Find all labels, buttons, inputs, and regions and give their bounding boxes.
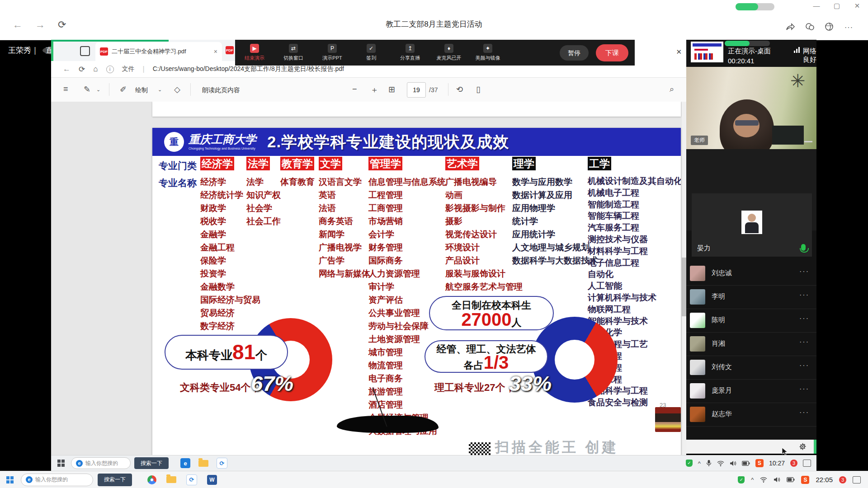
taskbar-search-box[interactable]: e 输入你想搜的 — [71, 457, 131, 469]
draw-pen-icon[interactable]: ✐ — [120, 84, 127, 94]
more-menu-icon[interactable]: ··· — [844, 23, 853, 32]
presenter-toolbar-button[interactable]: P 演示PPT — [313, 44, 352, 61]
tab-second-pdf-icon[interactable]: PDF — [226, 46, 234, 54]
tray-expand-icon[interactable]: ^ — [698, 460, 701, 467]
read-aloud-label[interactable]: 朗读此页内容 — [202, 86, 240, 94]
presentation-thumbnail[interactable] — [691, 42, 723, 62]
mic-tray-icon[interactable] — [706, 460, 712, 467]
presenter-toolbar-button[interactable]: ⇄ 切换窗口 — [274, 44, 313, 61]
back-icon[interactable]: ← — [63, 65, 71, 74]
pdf-scrollbar[interactable] — [682, 102, 686, 455]
participant-row[interactable]: 庞景月 ··· — [686, 380, 816, 403]
toc-icon[interactable]: ≡ — [63, 84, 68, 94]
eraser-icon[interactable]: ◇ — [174, 84, 180, 94]
refresh-icon[interactable]: ⟳ — [79, 65, 85, 74]
tab-active[interactable]: PDF 二十届三中全会精神学习.pdf × — [95, 42, 222, 61]
presenter-toolbar-button[interactable]: ✓ 签到 — [352, 44, 391, 61]
presenter-toolbar-button[interactable]: ♦ 麦克风已开 — [429, 44, 468, 61]
highlighter-caret-icon[interactable]: ⌄ — [96, 87, 100, 93]
notification-badge[interactable]: 3 — [839, 476, 846, 483]
tab-overview-icon[interactable] — [80, 46, 90, 56]
action-center-icon[interactable] — [853, 476, 861, 483]
search-go-button[interactable]: 搜索一下 — [98, 474, 132, 486]
participant-row[interactable]: 李明 ··· — [686, 286, 816, 309]
edge-taskbar-icon[interactable]: e — [180, 458, 190, 468]
taskbar-search-box[interactable]: e 输入你想搜的 — [21, 474, 93, 486]
presenting-duration: 00:20:41 — [728, 57, 754, 65]
local-clock[interactable]: 22:05 — [816, 476, 833, 483]
close-icon[interactable]: ✕ — [676, 48, 682, 56]
more-options-icon[interactable]: ··· — [799, 361, 809, 370]
more-options-icon[interactable]: ··· — [799, 408, 809, 417]
chrome-taskbar-icon[interactable] — [147, 475, 156, 484]
start-button-icon[interactable] — [6, 476, 14, 483]
sogou-input-icon[interactable]: S — [801, 476, 809, 484]
sogou-input-icon[interactable]: S — [755, 459, 764, 467]
share-icon[interactable] — [785, 22, 795, 32]
rotate-icon[interactable]: ⟲ — [456, 84, 463, 94]
browser-icon[interactable] — [824, 22, 834, 32]
active-speaker-tile[interactable]: 晏力 — [692, 193, 812, 257]
file-explorer-icon[interactable] — [166, 476, 176, 483]
participant-row[interactable]: 陈明 ··· — [686, 309, 816, 333]
wifi-icon[interactable] — [760, 477, 767, 483]
toolbar-button-label: 签到 — [352, 55, 391, 61]
participant-row[interactable]: 肖湘 ··· — [686, 333, 816, 356]
gear-icon[interactable] — [799, 443, 807, 450]
tab-close-icon[interactable]: × — [214, 48, 217, 55]
action-center-icon[interactable] — [803, 460, 811, 467]
highlighter-icon[interactable]: ✎ — [84, 84, 90, 94]
app-titlebar: ← → ⟳ 教工二支部8月主题党日活动 — ▢ ✕ ··· — [0, 0, 868, 40]
collapse-panel-icon[interactable] — [804, 141, 812, 142]
tray-expand-icon[interactable]: ^ — [751, 476, 754, 483]
draw-label[interactable]: 绘制 — [135, 86, 148, 94]
meeting-panel: 正在演示-桌面 00:20:41 网络良好 ✳ 老师 正在上课 评论 学校内、外… — [686, 40, 816, 454]
battery-icon[interactable] — [787, 477, 795, 482]
zoom-in-icon[interactable]: ＋ — [370, 84, 378, 95]
discipline-column: 理学 数学与应用数学数据计算及应用应用物理学统计学应用统计学人文地理与城乡规划数… — [512, 157, 598, 267]
participant-row[interactable]: 赵志华 ··· — [686, 403, 816, 427]
wifi-icon[interactable] — [717, 460, 724, 466]
presenter-toolbar-button[interactable]: ↥ 分享直播 — [391, 44, 429, 61]
fit-width-icon[interactable]: ⊞ — [388, 84, 395, 94]
more-options-icon[interactable]: ··· — [799, 267, 809, 276]
more-options-icon[interactable]: ··· — [799, 338, 809, 346]
word-taskbar-icon[interactable]: W — [207, 475, 217, 485]
info-icon[interactable]: i — [106, 66, 114, 73]
battery-icon[interactable] — [742, 461, 750, 466]
close-button[interactable]: ✕ — [851, 2, 863, 10]
security-shield-icon[interactable]: ✓ — [738, 476, 745, 483]
home-icon[interactable]: ⌂ — [93, 65, 98, 74]
end-class-button[interactable]: 下课 — [596, 44, 628, 61]
sync-app-icon[interactable]: ⟳ — [186, 474, 197, 485]
participant-row[interactable]: 刘忠诚 ··· — [686, 262, 816, 286]
draw-caret-icon[interactable]: ⌄ — [158, 87, 162, 93]
page-number-input[interactable]: 19 — [407, 82, 426, 98]
file-explorer-icon[interactable] — [198, 460, 208, 467]
live-toggle[interactable] — [736, 3, 774, 10]
presenter-toolbar-button[interactable]: ✦ 美颜与镜像 — [468, 44, 507, 61]
start-button-icon[interactable] — [57, 460, 65, 467]
search-go-button[interactable]: 搜索一下 — [134, 457, 169, 469]
pdf-viewport[interactable]: 重 重庆工商大学 Chongqing Technology and Busine… — [51, 102, 686, 455]
speaker-icon[interactable] — [730, 460, 736, 466]
presenter-toolbar-button[interactable]: ▶ 结束演示 — [235, 44, 274, 61]
security-shield-icon[interactable]: ✓ — [686, 460, 693, 467]
minimize-button[interactable]: — — [811, 2, 822, 9]
more-options-icon[interactable]: ··· — [799, 291, 809, 299]
zoom-out-icon[interactable]: − — [352, 84, 357, 94]
file-path[interactable]: C:/Users/wang-bo/Desktop/2024支部工作/8月主题党日… — [153, 65, 344, 73]
participant-row[interactable]: 刘传文 ··· — [686, 356, 816, 380]
speaker-icon[interactable] — [774, 477, 780, 483]
notification-badge[interactable]: 3 — [790, 460, 797, 467]
maximize-button[interactable]: ▢ — [831, 2, 843, 10]
remote-clock[interactable]: 10:27 — [769, 460, 785, 467]
sync-app-icon[interactable]: ⟳ — [217, 458, 227, 469]
pause-button[interactable]: 暂停 — [560, 45, 589, 61]
more-options-icon[interactable]: ··· — [799, 314, 809, 323]
search-icon[interactable]: ⌕ — [670, 84, 674, 94]
page-view-icon[interactable]: ▯ — [476, 84, 481, 94]
chat-icon[interactable] — [805, 22, 815, 32]
more-options-icon[interactable]: ··· — [799, 385, 809, 393]
participant-name: 庞景月 — [712, 386, 732, 395]
